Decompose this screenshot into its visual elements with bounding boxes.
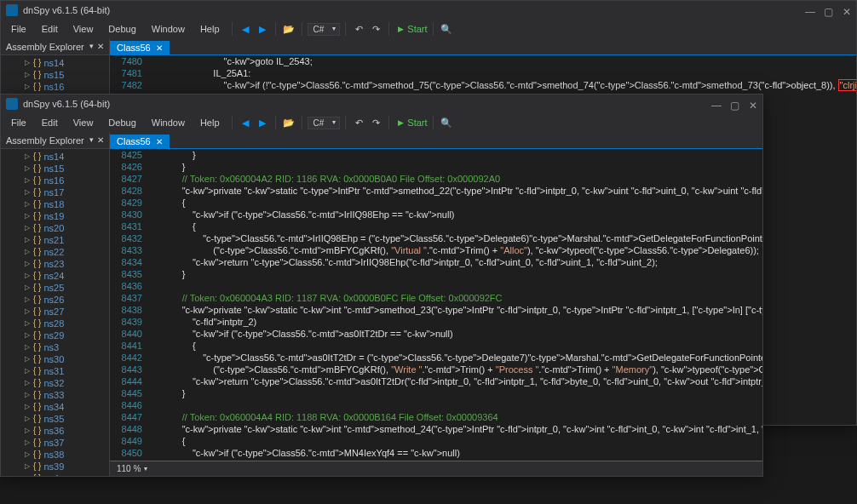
menu-file[interactable]: File [4, 22, 33, 36]
close-tab-icon[interactable]: ✕ [156, 43, 163, 53]
code-line[interactable]: 8442 "c-type">Class56."c-mtd">as0ItT2tDr… [110, 352, 762, 364]
close-panel-icon[interactable]: ✕ [97, 42, 104, 51]
namespace-node[interactable]: ▷{ }ns31 [1, 365, 109, 377]
nav-forward-icon[interactable]: ▶ [255, 115, 270, 130]
namespace-node[interactable]: ▷{ }ns37 [1, 437, 109, 449]
code-line[interactable]: 8445 } [110, 387, 762, 399]
namespace-node[interactable]: ▷{ }ns32 [1, 377, 109, 389]
menu-debug[interactable]: Debug [101, 116, 142, 129]
maximize-button[interactable]: ▢ [824, 6, 832, 14]
menu-file[interactable]: File [4, 116, 33, 129]
namespace-node[interactable]: ▷{ }ns38 [1, 449, 109, 461]
nav-back-icon[interactable]: ◀ [238, 115, 253, 130]
code-line[interactable]: 7480 "c-kw">goto IL_2543; [110, 55, 856, 67]
close-button[interactable]: ✕ [749, 100, 757, 108]
code-line[interactable]: 8437 // Token: 0x060004A3 RID: 1187 RVA:… [110, 292, 762, 304]
open-icon[interactable]: 📂 [281, 21, 296, 37]
menu-view[interactable]: View [66, 22, 101, 36]
namespace-node[interactable]: ▷{ }ns22 [1, 246, 109, 258]
code-line[interactable]: 8429 { [110, 197, 762, 209]
minimize-button[interactable]: — [711, 100, 720, 108]
code-line[interactable]: 8431 { [110, 220, 762, 232]
namespace-node[interactable]: ▷{ }ns35 [1, 413, 109, 425]
namespace-node[interactable]: ▷{ }ns30 [1, 353, 109, 365]
code-line[interactable]: 8440 "c-kw">if ("c-type">Class56."c-mtd"… [110, 328, 762, 340]
namespace-node[interactable]: ▷{ }ns25 [1, 282, 109, 294]
language-dropdown[interactable]: C# [308, 117, 341, 129]
code-line[interactable]: 8448 "c-kw">private "c-kw">static "c-kw"… [110, 423, 762, 435]
titlebar[interactable]: dnSpy v6.1.5 (64-bit) — ▢ ✕ [1, 94, 762, 113]
namespace-node[interactable]: ▷{ }ns23 [1, 258, 109, 270]
code-line[interactable]: 8436 [110, 280, 762, 292]
nav-forward-icon[interactable]: ▶ [255, 21, 270, 37]
menu-edit[interactable]: Edit [35, 22, 65, 36]
open-icon[interactable]: 📂 [281, 115, 296, 130]
namespace-node[interactable]: ▷{ }ns39 [1, 461, 109, 472]
namespace-node[interactable]: ▷{ }ns24 [1, 270, 109, 282]
namespace-node[interactable]: ▷{ }ns4 [1, 472, 109, 476]
code-line[interactable]: 8430 "c-kw">if ("c-type">Class56."c-mtd"… [110, 209, 762, 220]
code-line[interactable]: 8451 { [110, 459, 762, 461]
code-line[interactable]: 8450 "c-kw">if ("c-type">Class56."c-mtd"… [110, 447, 762, 459]
zoom-level[interactable]: 110 %▾ [117, 464, 147, 473]
namespace-node[interactable]: ▷{ }ns29 [1, 329, 109, 341]
maximize-button[interactable]: ▢ [730, 100, 739, 108]
namespace-node[interactable]: ▷{ }ns16 [1, 81, 109, 93]
code-line[interactable]: 7482 "c-kw">if (!"c-type">Class56."c-mtd… [110, 79, 856, 91]
close-panel-icon[interactable]: ✕ [97, 135, 104, 145]
titlebar[interactable]: dnSpy v6.1.5 (64-bit) — ▢ ✕ [1, 1, 856, 20]
explorer-tree[interactable]: ▷{ }ns14▷{ }ns15▷{ }ns16▷{ }ns17▷{ }ns18… [1, 149, 109, 476]
code-line[interactable]: 8428 "c-kw">private "c-kw">static "c-typ… [110, 185, 762, 197]
code-line[interactable]: 8444 "c-kw">return "c-type">Class56."c-m… [110, 375, 762, 387]
search-icon[interactable]: 🔍 [439, 21, 454, 37]
pin-icon[interactable]: ▾ [89, 135, 94, 145]
code-line[interactable]: 8427 // Token: 0x060004A2 RID: 1186 RVA:… [110, 173, 762, 185]
code-line[interactable]: 8439 "c-fld">intptr_2) [110, 316, 762, 328]
close-tab-icon[interactable]: ✕ [156, 137, 163, 146]
namespace-node[interactable]: ▷{ }ns16 [1, 175, 109, 186]
redo-icon[interactable]: ↷ [368, 115, 383, 130]
code-line[interactable]: 8426 } [110, 161, 762, 173]
menu-view[interactable]: View [66, 116, 101, 129]
search-icon[interactable]: 🔍 [439, 115, 454, 130]
namespace-node[interactable]: ▷{ }ns17 [1, 186, 109, 198]
menu-help[interactable]: Help [193, 22, 227, 36]
code-line[interactable]: 8441 { [110, 340, 762, 352]
close-button[interactable]: ✕ [843, 6, 851, 14]
code-line[interactable]: 8449 { [110, 435, 762, 447]
namespace-node[interactable]: ▷{ }ns19 [1, 210, 109, 222]
code-line[interactable]: 8447 // Token: 0x060004A4 RID: 1188 RVA:… [110, 411, 762, 423]
start-button[interactable]: Start [398, 117, 427, 128]
code-line[interactable]: 8435 } [110, 268, 762, 280]
nav-back-icon[interactable]: ◀ [238, 21, 253, 37]
tab-class56[interactable]: Class56 ✕ [110, 135, 170, 148]
code-line[interactable]: 8425 } [110, 149, 762, 161]
tab-class56[interactable]: Class56 ✕ [110, 41, 170, 54]
namespace-node[interactable]: ▷{ }ns15 [1, 163, 109, 175]
undo-icon[interactable]: ↶ [351, 115, 366, 130]
minimize-button[interactable]: — [805, 6, 814, 14]
namespace-node[interactable]: ▷{ }ns20 [1, 222, 109, 234]
code-line[interactable]: 7481 IL_25A1: [110, 67, 856, 79]
menu-window[interactable]: Window [145, 116, 192, 129]
code-line[interactable]: 8432 "c-type">Class56."c-mtd">IrIIQ98Ehp… [110, 232, 762, 244]
namespace-node[interactable]: ▷{ }ns27 [1, 306, 109, 318]
namespace-node[interactable]: ▷{ }ns28 [1, 318, 109, 329]
namespace-node[interactable]: ▷{ }ns26 [1, 294, 109, 306]
redo-icon[interactable]: ↷ [368, 21, 383, 37]
menu-help[interactable]: Help [193, 116, 227, 129]
menu-window[interactable]: Window [145, 22, 192, 36]
namespace-node[interactable]: ▷{ }ns3 [1, 341, 109, 353]
language-dropdown[interactable]: C# [308, 23, 341, 36]
undo-icon[interactable]: ↶ [351, 21, 366, 37]
namespace-node[interactable]: ▷{ }ns33 [1, 389, 109, 401]
menu-debug[interactable]: Debug [101, 22, 142, 36]
namespace-node[interactable]: ▷{ }ns14 [1, 151, 109, 163]
code-line[interactable]: 8438 "c-kw">private "c-kw">static "c-kw"… [110, 304, 762, 316]
namespace-node[interactable]: ▷{ }ns15 [1, 69, 109, 81]
namespace-node[interactable]: ▷{ }ns14 [1, 57, 109, 69]
namespace-node[interactable]: ▷{ }ns36 [1, 425, 109, 437]
namespace-node[interactable]: ▷{ }ns34 [1, 401, 109, 413]
namespace-node[interactable]: ▷{ }ns18 [1, 198, 109, 210]
code-line[interactable]: 8434 "c-kw">return "c-type">Class56."c-m… [110, 256, 762, 268]
